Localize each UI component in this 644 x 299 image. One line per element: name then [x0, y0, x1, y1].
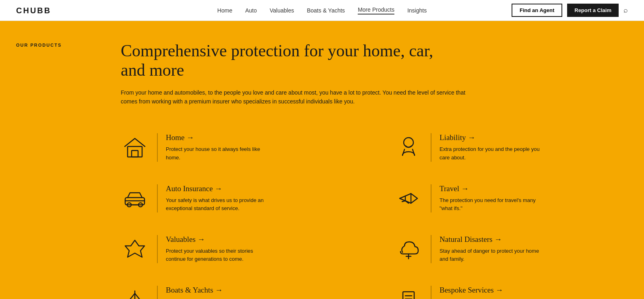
liability-title: Liability → [440, 133, 540, 142]
bespoke-icon [394, 286, 423, 299]
home-desc: Protect your house so it always feels li… [166, 145, 266, 161]
sidebar-label: OUR PRODUCTS [16, 43, 62, 47]
main-nav: Home Auto Valuables Boats & Yachts More … [217, 6, 427, 14]
liability-icon [394, 133, 423, 161]
boats-icon [121, 286, 149, 299]
travel-desc: The protection you need for travel's man… [440, 196, 540, 212]
auto-text: Auto Insurance → Your safety is what dri… [157, 184, 266, 212]
product-liability[interactable]: Liability → Extra protection for you and… [370, 122, 620, 173]
natural-disasters-title: Natural Disasters → [440, 235, 540, 244]
product-natural-disasters[interactable]: Natural Disasters → Stay ahead of danger… [370, 224, 620, 274]
home-title: Home → [166, 133, 266, 142]
report-claim-button[interactable]: Report a Claim [567, 4, 619, 17]
products-area: Comprehensive protection for your home, … [105, 41, 644, 299]
svg-marker-8 [125, 240, 144, 257]
site-header: CHUBB Home Auto Valuables Boats & Yachts… [0, 0, 644, 21]
product-bespoke[interactable]: Bespoke Services → A level of service ta… [370, 274, 620, 299]
valuables-desc: Protect your valuables so their stories … [166, 247, 266, 263]
bespoke-text: Bespoke Services → A level of service ta… [431, 286, 540, 299]
nav-insights[interactable]: Insights [407, 7, 427, 14]
nav-boats-yachts[interactable]: Boats & Yachts [307, 7, 345, 14]
search-icon[interactable]: ⌕ [623, 6, 628, 14]
boats-title: Boats & Yachts → [166, 286, 266, 295]
nav-auto[interactable]: Auto [245, 7, 257, 14]
sidebar: OUR PRODUCTS [0, 41, 105, 299]
valuables-title: Valuables → [166, 235, 266, 244]
liability-desc: Extra protection for you and the people … [440, 145, 540, 161]
product-home[interactable]: Home → Protect your house so it always f… [121, 122, 370, 173]
find-agent-button[interactable]: Find an Agent [512, 4, 562, 17]
auto-desc: Your safety is what drives us to provide… [166, 196, 266, 212]
svg-rect-1 [132, 151, 138, 157]
natural-disasters-desc: Stay ahead of danger to protect your hom… [440, 247, 540, 263]
bespoke-title: Bespoke Services → [440, 286, 540, 295]
nav-valuables[interactable]: Valuables [270, 7, 294, 14]
auto-title: Auto Insurance → [166, 184, 266, 193]
site-logo[interactable]: CHUBB [16, 5, 51, 16]
product-travel[interactable]: Travel → The protection you need for tra… [370, 173, 620, 224]
home-text: Home → Protect your house so it always f… [157, 133, 266, 161]
products-description: From your home and automobiles, to the p… [121, 88, 471, 106]
svg-rect-0 [128, 146, 142, 157]
auto-icon [121, 184, 149, 212]
liability-text: Liability → Extra protection for you and… [431, 133, 540, 161]
valuables-icon [121, 235, 149, 263]
travel-text: Travel → The protection you need for tra… [431, 184, 540, 212]
products-headline: Comprehensive protection for your home, … [121, 41, 435, 80]
nav-home[interactable]: Home [217, 7, 232, 14]
products-grid: Home → Protect your house so it always f… [121, 122, 620, 299]
travel-icon [394, 184, 423, 212]
home-icon [121, 133, 149, 161]
natural-disasters-text: Natural Disasters → Stay ahead of danger… [431, 235, 540, 263]
boats-text: Boats & Yachts → Get seaworthy coverages… [157, 286, 266, 299]
main-content: OUR PRODUCTS Comprehensive protection fo… [0, 21, 644, 299]
product-boats[interactable]: Boats & Yachts → Get seaworthy coverages… [121, 274, 370, 299]
valuables-text: Valuables → Protect your valuables so th… [157, 235, 266, 263]
nav-more-products[interactable]: More Products [358, 6, 394, 14]
product-auto[interactable]: Auto Insurance → Your safety is what dri… [121, 173, 370, 224]
header-actions: Find an Agent Report a Claim ⌕ [512, 4, 628, 17]
product-valuables[interactable]: Valuables → Protect your valuables so th… [121, 224, 370, 274]
natural-disasters-icon [394, 235, 423, 263]
travel-title: Travel → [440, 184, 540, 193]
